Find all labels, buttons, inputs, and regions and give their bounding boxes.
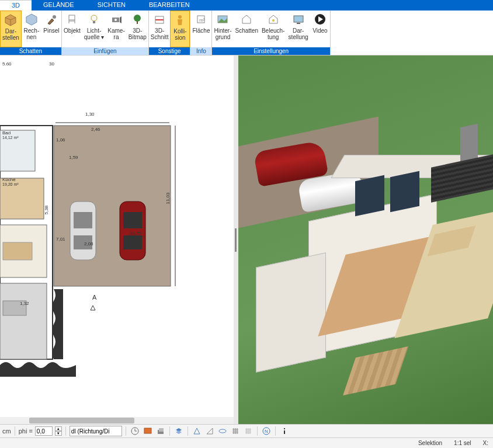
svg-rect-42: [123, 235, 142, 249]
svg-rect-59: [284, 428, 285, 429]
phi-input[interactable]: [35, 426, 53, 436]
bg-icon: [215, 12, 230, 27]
snap2-icon[interactable]: [204, 426, 215, 436]
pinsel-button[interactable]: Pinsel: [41, 11, 61, 47]
svg-rect-33: [3, 242, 32, 260]
tab-3d[interactable]: 3D: [0, 0, 32, 11]
svg-marker-45: [91, 305, 95, 310]
stack-icon[interactable]: [173, 426, 184, 436]
dim-1: 2,46: [91, 127, 100, 132]
grid2-icon[interactable]: [243, 426, 254, 436]
rechnen-button[interactable]: Rech- nen: [22, 11, 41, 47]
beleuchtung-label: Beleuch- tung: [262, 27, 284, 40]
chair-icon: [64, 12, 79, 27]
screen-icon[interactable]: [143, 426, 153, 436]
lichtquelle-button[interactable]: Licht- quelle ▾: [82, 11, 106, 47]
dim-6: 2,08: [84, 241, 93, 246]
3d-schnitt-button[interactable]: 3D- Schnitt: [149, 11, 171, 47]
snap-icon[interactable]: [192, 426, 202, 436]
clock-icon[interactable]: [130, 426, 140, 436]
kamera-button[interactable]: Kame- ra: [106, 11, 126, 47]
group-label-sonstige: Sonstige: [149, 47, 190, 55]
status-selektion: Selektion: [418, 440, 442, 446]
schatten-set-button[interactable]: Schatten: [233, 11, 259, 47]
objekt-button[interactable]: Objekt: [62, 11, 82, 47]
plan-scroll-thumb[interactable]: [29, 418, 134, 423]
svg-rect-16: [137, 21, 138, 24]
svg-rect-6: [69, 15, 75, 20]
dim-3: 11,03: [165, 192, 171, 204]
status-ratio: 1:1 sel: [454, 440, 471, 446]
phi-label: phi =: [19, 428, 33, 435]
unit-label: cm: [2, 428, 11, 435]
plan-2d-pane[interactable]: 5.60 30: [0, 55, 234, 424]
cube-calc-icon: [24, 12, 39, 27]
svg-rect-25: [294, 16, 303, 22]
tab-gelaende[interactable]: GELÄNDE: [32, 0, 86, 11]
direction-dropdown[interactable]: dl (Richtung/Di: [70, 426, 122, 436]
svg-marker-53: [176, 430, 182, 434]
darstellen-button[interactable]: Dar- stellen: [0, 11, 22, 47]
video-label: Video: [313, 27, 327, 34]
layers-icon[interactable]: [155, 426, 166, 436]
dim-5: 5,38: [44, 206, 49, 215]
bulb-icon: [86, 12, 102, 27]
pinsel-label: Pinsel: [43, 27, 59, 34]
ribbon-group-schatten: Dar- stellen Rech- nen Pinsel Schatten: [0, 11, 62, 55]
darstellung-label: Dar- stellung: [288, 27, 308, 40]
objekt-label: Objekt: [64, 27, 81, 34]
cube-icon: [3, 12, 18, 27]
hintergrund-button[interactable]: Hinter- grund: [212, 11, 233, 47]
group-label-einstellungen: Einstellungen: [212, 47, 329, 55]
tab-sichten[interactable]: SICHTEN: [86, 0, 137, 11]
tree-icon: [130, 12, 145, 27]
group-label-info: Info: [190, 47, 211, 55]
status-bar: Selektion 1:1 sel X:: [0, 437, 493, 448]
kollision-label: Kolli- sion: [173, 28, 186, 41]
monitor-icon: [291, 12, 306, 27]
svg-text:m²: m²: [199, 18, 205, 23]
pane-splitter[interactable]: [234, 55, 238, 424]
svg-point-24: [272, 19, 275, 22]
3d-bitmap-button[interactable]: 3D- Bitmap: [127, 11, 148, 47]
ribbon-group-info: m² Fläche Info: [190, 11, 212, 55]
svg-rect-34: [0, 283, 47, 359]
info-icon[interactable]: [279, 426, 290, 436]
kollision-button[interactable]: Kolli- sion: [170, 11, 190, 47]
darstellung-button[interactable]: Dar- stellung: [286, 11, 310, 47]
3d-scene: [238, 55, 493, 424]
north-icon[interactable]: N: [261, 426, 272, 436]
flaeche-button[interactable]: m² Fläche: [190, 11, 211, 47]
svg-rect-60: [284, 430, 285, 434]
phi-spinner[interactable]: ▲▼: [55, 426, 62, 436]
person-icon: [172, 12, 188, 27]
section-marker-a: A: [92, 294, 96, 301]
beleuchtung-button[interactable]: Beleuch- tung: [260, 11, 286, 47]
tab-bearbeiten[interactable]: BEARBEITEN: [137, 0, 202, 11]
video-button[interactable]: Video: [310, 11, 330, 47]
area-icon: m²: [193, 12, 209, 27]
3d-bitmap-label: 3D- Bitmap: [129, 27, 147, 40]
grid1-icon[interactable]: [230, 426, 241, 436]
svg-point-5: [53, 15, 56, 19]
svg-text:N: N: [265, 429, 268, 434]
svg-point-15: [134, 15, 141, 22]
svg-rect-49: [144, 428, 151, 433]
status-x: X:: [483, 440, 488, 446]
dim-7: 7,01: [56, 237, 65, 242]
kamera-label: Kame- ra: [107, 27, 124, 40]
svg-rect-38: [74, 212, 92, 228]
svg-point-13: [114, 19, 117, 21]
section-icon: [152, 12, 167, 27]
flaeche-label: Fläche: [192, 27, 210, 34]
view-3d-pane[interactable]: [238, 55, 493, 424]
plane-icon[interactable]: [217, 426, 228, 436]
main-area: 5.60 30: [0, 55, 493, 424]
svg-point-19: [178, 15, 182, 19]
svg-rect-41: [123, 212, 142, 228]
bottom-toolbar: cm phi = ▲▼ dl (Richtung/Di N: [0, 424, 493, 437]
group-label-einfuegen: Einfügen: [62, 47, 148, 55]
brush-icon: [44, 12, 59, 27]
tab-bar: 3D GELÄNDE SICHTEN BEARBEITEN: [0, 0, 493, 11]
plan-hscroll[interactable]: [0, 417, 234, 424]
